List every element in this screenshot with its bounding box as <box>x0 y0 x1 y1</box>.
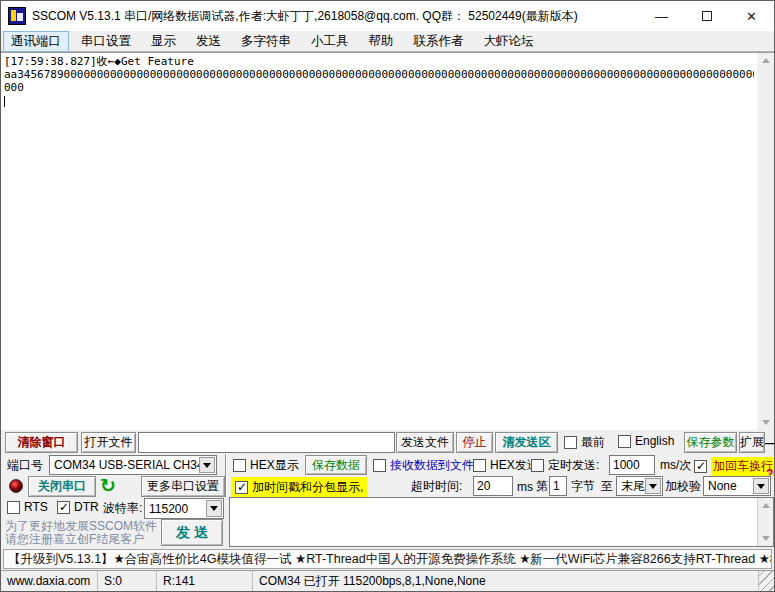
append-crlf-checkbox[interactable]: 加回车换行 <box>694 457 775 476</box>
port-combobox[interactable]: COM34 USB-SERIAL CH340 <box>49 455 217 475</box>
menu-item-contact-author[interactable]: 联系作者 <box>406 31 472 52</box>
refresh-ports-icon[interactable]: ↻ <box>100 476 116 495</box>
hex-display-checkbox[interactable]: HEX显示 <box>233 457 299 474</box>
terminal-scrollbar[interactable] <box>757 53 774 430</box>
close-button[interactable]: ✕ <box>729 1 774 31</box>
english-checkbox[interactable]: English <box>618 434 674 448</box>
baud-combobox[interactable]: 115200 <box>144 498 224 519</box>
baud-dropdown-button[interactable] <box>206 500 222 517</box>
port-label: 端口号 <box>7 455 43 475</box>
send-area-container <box>229 497 774 547</box>
menu-item-multistring[interactable]: 多字符串 <box>233 31 299 52</box>
menu-item-display[interactable]: 显示 <box>143 31 184 52</box>
send-file-button[interactable]: 发送文件 <box>396 432 454 453</box>
vertical-separator <box>225 454 227 497</box>
file-path-input[interactable] <box>138 432 395 453</box>
recv-to-file-label: 接收数据到文件 <box>390 457 474 474</box>
menu-item-comm-port[interactable]: 通讯端口 <box>3 31 69 52</box>
hex-display-label: HEX显示 <box>250 457 299 474</box>
titlebar: SSCOM V5.13.1 串口/网络数据调试器,作者:大虾丁丁,2618058… <box>1 1 774 31</box>
save-params-button[interactable]: 保存参数 <box>684 432 737 453</box>
status-sent-count: S:0 <box>98 571 157 591</box>
dtr-checkbox-box[interactable] <box>57 501 70 514</box>
checksum-combobox[interactable]: None <box>703 476 771 496</box>
english-checkbox-box[interactable] <box>618 435 631 448</box>
scroll-down-icon[interactable] <box>762 536 770 541</box>
byte-to-dropdown-button[interactable] <box>645 478 661 494</box>
scroll-up-icon[interactable] <box>762 503 770 508</box>
rts-checkbox-box[interactable] <box>7 501 20 514</box>
close-port-button[interactable]: 关闭串口 <box>28 476 96 497</box>
dropdown-arrow-icon <box>757 484 765 489</box>
extend-button[interactable]: 扩展 <box>739 432 765 453</box>
hex-send-checkbox[interactable]: HEX发送 <box>473 457 539 474</box>
resize-grip[interactable] <box>759 571 774 591</box>
minimize-icon: — <box>655 9 668 24</box>
status-received-count: R:141 <box>157 571 253 591</box>
timed-send-label: 定时发送: <box>548 457 599 474</box>
control-panel: 清除窗口 打开文件 发送文件 停止 清发送区 最前 English 保存参数 扩… <box>1 430 774 548</box>
promo-link[interactable]: 为了更好地发展SSCOM软件 请您注册嘉立创F结尾客户 <box>5 520 157 546</box>
ad-banner-text: 【升级到V5.13.1】★合宙高性价比4G模块值得一试 ★RT-Thread中国… <box>8 551 772 568</box>
topmost-label: 最前 <box>581 434 605 451</box>
recv-to-file-checkbox-box[interactable] <box>373 459 386 472</box>
menu-item-tools[interactable]: 小工具 <box>303 31 357 52</box>
menu-item-send[interactable]: 发送 <box>188 31 229 52</box>
rts-checkbox[interactable]: RTS <box>7 500 48 514</box>
statusbar: www.daxia.com S:0 R:141 COM34 已打开 115200… <box>1 570 774 591</box>
hex-display-checkbox-box[interactable] <box>233 459 246 472</box>
recv-to-file-checkbox[interactable]: 接收数据到文件 <box>373 457 474 474</box>
status-website[interactable]: www.daxia.com <box>1 571 98 591</box>
maximize-button[interactable] <box>684 1 729 31</box>
scroll-up-icon[interactable] <box>762 58 770 63</box>
hex-send-checkbox-box[interactable] <box>473 459 486 472</box>
timed-send-checkbox[interactable]: 定时发送: <box>531 457 599 474</box>
promo-line-2: 请您注册嘉立创F结尾客户 <box>5 533 157 546</box>
ad-banner[interactable]: 【升级到V5.13.1】★合宙高性价比4G模块值得一试 ★RT-Thread中国… <box>3 549 772 569</box>
menu-item-port-settings[interactable]: 串口设置 <box>73 31 139 52</box>
timestamp-packet-checkbox[interactable]: 加时间戳和分包显示, <box>231 477 367 498</box>
timeout-input[interactable] <box>473 476 513 496</box>
byte-label: 字节 <box>571 476 595 497</box>
timestamp-packet-label: 加时间戳和分包显示, <box>252 479 363 496</box>
clear-send-area-button[interactable]: 清发送区 <box>495 432 558 453</box>
close-icon: ✕ <box>746 9 757 24</box>
checksum-dropdown-button[interactable] <box>753 478 769 494</box>
baud-combobox-value: 115200 <box>149 502 188 516</box>
send-area-scrollbar[interactable] <box>757 498 773 546</box>
timed-send-checkbox-box[interactable] <box>531 459 544 472</box>
app-icon <box>8 7 26 25</box>
collapse-button[interactable]: — <box>765 432 775 453</box>
scroll-down-icon[interactable] <box>762 420 770 425</box>
byte-from-input[interactable] <box>549 476 567 496</box>
dtr-checkbox[interactable]: DTR <box>57 500 99 514</box>
interval-input[interactable] <box>609 455 655 475</box>
more-port-settings-button[interactable]: 更多串口设置 <box>141 476 225 497</box>
maximize-icon <box>702 11 712 21</box>
menu-item-daxia-forum[interactable]: 大虾论坛 <box>476 31 542 52</box>
rts-label: RTS <box>24 500 48 514</box>
to-label: 至 <box>601 476 613 497</box>
sscom-window: SSCOM V5.13.1 串口/网络数据调试器,作者:大虾丁丁,2618058… <box>0 0 775 592</box>
byte-to-combobox[interactable]: 末尾 <box>616 476 663 496</box>
menubar: 通讯端口 串口设置 显示 发送 多字符串 小工具 帮助 联系作者 大虾论坛 <box>1 31 774 52</box>
send-textarea[interactable] <box>230 498 756 546</box>
menu-item-help[interactable]: 帮助 <box>361 31 402 52</box>
port-dropdown-button[interactable] <box>199 457 215 473</box>
topmost-checkbox-box[interactable] <box>564 436 577 449</box>
terminal-line: aa34567890000000000000000000000000000000… <box>4 68 754 81</box>
clear-window-button[interactable]: 清除窗口 <box>5 432 78 453</box>
terminal-text: [17:59:38.827]收←◆Get Feature aa345678900… <box>4 55 754 107</box>
baud-label: 波特率: <box>103 498 142 519</box>
terminal-line: 000 <box>4 81 754 94</box>
open-file-button[interactable]: 打开文件 <box>81 432 136 453</box>
minimize-button[interactable]: — <box>639 1 684 31</box>
timestamp-packet-checkbox-box[interactable] <box>235 481 248 494</box>
save-data-button[interactable]: 保存数据 <box>305 455 367 475</box>
topmost-checkbox[interactable]: 最前 <box>564 434 605 451</box>
receive-area[interactable]: [17:59:38.827]收←◆Get Feature aa345678900… <box>1 52 774 430</box>
byte-prefix-label: 第 <box>536 476 548 497</box>
stop-button[interactable]: 停止 <box>456 432 493 453</box>
send-button[interactable]: 发 送 <box>161 519 223 546</box>
append-crlf-checkbox-box[interactable] <box>694 460 707 473</box>
